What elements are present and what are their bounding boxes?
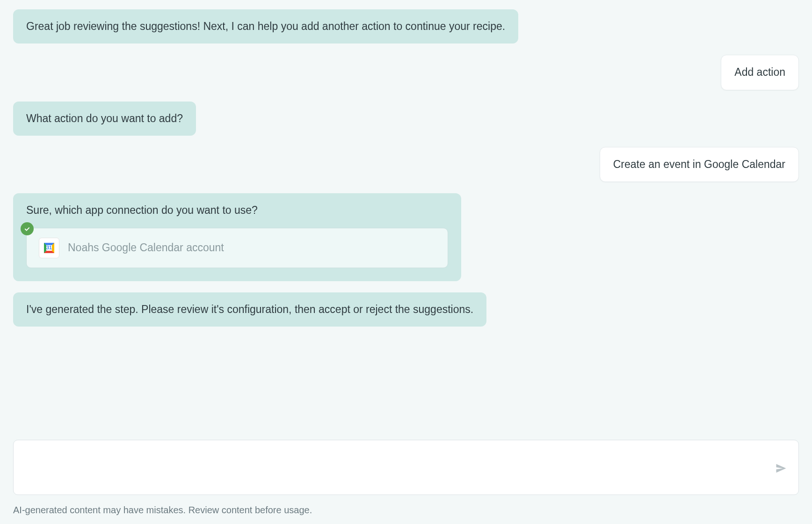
message-row: I've generated the step. Please review i… bbox=[13, 292, 799, 327]
ai-disclaimer: AI-generated content may have mistakes. … bbox=[13, 505, 312, 516]
send-icon bbox=[775, 462, 788, 475]
message-row: Great job reviewing the suggestions! Nex… bbox=[13, 9, 799, 44]
message-text: I've generated the step. Please review i… bbox=[26, 303, 473, 315]
chat-input[interactable] bbox=[13, 440, 799, 495]
checkmark-badge-icon bbox=[21, 222, 34, 235]
message-text: What action do you want to add? bbox=[26, 112, 183, 124]
assistant-message: What action do you want to add? bbox=[13, 102, 196, 136]
assistant-message: I've generated the step. Please review i… bbox=[13, 292, 486, 327]
chat-container: Great job reviewing the suggestions! Nex… bbox=[0, 0, 812, 327]
calendar-day-number: 31 bbox=[46, 244, 52, 252]
message-text: Sure, which app connection do you want t… bbox=[26, 204, 258, 216]
send-button[interactable] bbox=[773, 460, 790, 477]
assistant-message-with-connection: Sure, which app connection do you want t… bbox=[13, 193, 461, 281]
user-message[interactable]: Add action bbox=[721, 55, 799, 90]
google-calendar-icon: 31 bbox=[39, 238, 59, 258]
connection-card[interactable]: 31 Noahs Google Calendar account bbox=[26, 228, 448, 268]
connection-card-wrapper: 31 Noahs Google Calendar account bbox=[26, 228, 448, 268]
assistant-message: Great job reviewing the suggestions! Nex… bbox=[13, 9, 518, 44]
message-row: Add action bbox=[13, 55, 799, 90]
connection-label: Noahs Google Calendar account bbox=[68, 240, 224, 255]
message-row: What action do you want to add? bbox=[13, 102, 799, 136]
message-text: Great job reviewing the suggestions! Nex… bbox=[26, 20, 505, 32]
message-text: Add action bbox=[734, 66, 785, 78]
message-row: Sure, which app connection do you want t… bbox=[13, 193, 799, 281]
input-area bbox=[13, 440, 799, 497]
user-message[interactable]: Create an event in Google Calendar bbox=[600, 147, 799, 182]
message-row: Create an event in Google Calendar bbox=[13, 147, 799, 182]
message-text: Create an event in Google Calendar bbox=[613, 158, 785, 170]
